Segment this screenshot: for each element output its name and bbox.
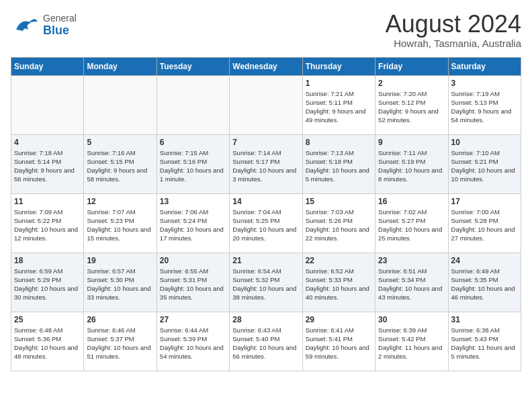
day-info: Sunrise: 6:46 AMSunset: 5:37 PMDaylight:…: [87, 326, 153, 361]
day-number: 28: [232, 315, 299, 324]
day-info: Sunrise: 7:02 AMSunset: 5:27 PMDaylight:…: [378, 208, 445, 243]
table-row: 27Sunrise: 6:44 AMSunset: 5:39 PMDayligh…: [157, 312, 229, 371]
day-info: Sunrise: 7:03 AMSunset: 5:26 PMDaylight:…: [306, 208, 372, 243]
table-row: 12Sunrise: 7:07 AMSunset: 5:23 PMDayligh…: [84, 193, 157, 253]
table-row: 24Sunrise: 6:49 AMSunset: 5:35 PMDayligh…: [448, 253, 521, 312]
day-number: 9: [378, 138, 445, 147]
logo-bird-icon: [11, 11, 40, 40]
day-number: 7: [232, 138, 299, 147]
day-number: 16: [378, 197, 445, 206]
day-number: 31: [451, 315, 518, 324]
day-number: 21: [232, 256, 299, 265]
day-info: Sunrise: 7:19 AMSunset: 5:13 PMDaylight:…: [451, 89, 518, 125]
day-info: Sunrise: 6:41 AMSunset: 5:41 PMDaylight:…: [306, 326, 372, 361]
day-info: Sunrise: 7:10 AMSunset: 5:21 PMDaylight:…: [451, 148, 518, 184]
day-number: 4: [14, 138, 81, 147]
table-row: 7Sunrise: 7:14 AMSunset: 5:17 PMDaylight…: [230, 134, 302, 193]
day-number: 15: [306, 197, 372, 206]
logo-general: General: [43, 13, 77, 24]
day-number: 1: [306, 79, 372, 88]
table-row: 22Sunrise: 6:52 AMSunset: 5:33 PMDayligh…: [302, 253, 375, 312]
table-row: [157, 75, 229, 134]
day-number: 2: [378, 79, 445, 88]
day-info: Sunrise: 7:06 AMSunset: 5:24 PMDaylight:…: [160, 208, 226, 243]
table-row: 17Sunrise: 7:00 AMSunset: 5:28 PMDayligh…: [448, 193, 521, 253]
day-number: 13: [160, 197, 226, 206]
calendar-week-row: 1Sunrise: 7:21 AMSunset: 5:11 PMDaylight…: [11, 75, 521, 134]
day-number: 25: [14, 315, 81, 324]
logo-blue: Blue: [43, 24, 77, 38]
col-sunday: Sunday: [11, 57, 84, 75]
day-info: Sunrise: 6:52 AMSunset: 5:33 PMDaylight:…: [306, 267, 372, 302]
calendar-week-row: 18Sunrise: 6:59 AMSunset: 5:29 PMDayligh…: [11, 253, 521, 312]
day-info: Sunrise: 7:21 AMSunset: 5:11 PMDaylight:…: [306, 89, 372, 125]
table-row: 16Sunrise: 7:02 AMSunset: 5:27 PMDayligh…: [375, 193, 448, 253]
day-info: Sunrise: 7:11 AMSunset: 5:19 PMDaylight:…: [378, 148, 445, 184]
day-number: 20: [160, 256, 226, 265]
col-friday: Friday: [375, 57, 448, 75]
day-info: Sunrise: 7:18 AMSunset: 5:14 PMDaylight:…: [14, 148, 81, 184]
table-row: 11Sunrise: 7:09 AMSunset: 5:22 PMDayligh…: [11, 193, 84, 253]
day-info: Sunrise: 6:54 AMSunset: 5:32 PMDaylight:…: [232, 267, 299, 302]
calendar-week-row: 25Sunrise: 6:48 AMSunset: 5:36 PMDayligh…: [11, 312, 521, 371]
table-row: 5Sunrise: 7:16 AMSunset: 5:15 PMDaylight…: [84, 134, 157, 193]
table-row: 26Sunrise: 6:46 AMSunset: 5:37 PMDayligh…: [84, 312, 157, 371]
logo-text: General Blue: [43, 13, 77, 37]
table-row: 4Sunrise: 7:18 AMSunset: 5:14 PMDaylight…: [11, 134, 84, 193]
day-number: 5: [87, 138, 153, 147]
calendar-header-row: Sunday Monday Tuesday Wednesday Thursday…: [11, 57, 521, 75]
day-info: Sunrise: 7:14 AMSunset: 5:17 PMDaylight:…: [232, 148, 299, 184]
day-info: Sunrise: 6:38 AMSunset: 5:43 PMDaylight:…: [451, 326, 518, 361]
day-info: Sunrise: 7:00 AMSunset: 5:28 PMDaylight:…: [451, 208, 518, 243]
day-info: Sunrise: 7:04 AMSunset: 5:25 PMDaylight:…: [232, 208, 299, 243]
day-info: Sunrise: 7:20 AMSunset: 5:12 PMDaylight:…: [378, 89, 445, 125]
table-row: 19Sunrise: 6:57 AMSunset: 5:30 PMDayligh…: [84, 253, 157, 312]
table-row: 18Sunrise: 6:59 AMSunset: 5:29 PMDayligh…: [11, 253, 84, 312]
table-row: [230, 75, 302, 134]
table-row: 25Sunrise: 6:48 AMSunset: 5:36 PMDayligh…: [11, 312, 84, 371]
day-info: Sunrise: 6:48 AMSunset: 5:36 PMDaylight:…: [14, 326, 81, 361]
day-number: 18: [14, 256, 81, 265]
day-number: 10: [451, 138, 518, 147]
table-row: [11, 75, 84, 134]
title-area: August 2024 Howrah, Tasmania, Australia: [386, 11, 521, 49]
day-info: Sunrise: 7:09 AMSunset: 5:22 PMDaylight:…: [14, 208, 81, 243]
day-number: 27: [160, 315, 226, 324]
day-number: 24: [451, 256, 518, 265]
day-info: Sunrise: 6:51 AMSunset: 5:34 PMDaylight:…: [378, 267, 445, 302]
table-row: 2Sunrise: 7:20 AMSunset: 5:12 PMDaylight…: [375, 75, 448, 134]
month-year-title: August 2024: [386, 11, 521, 38]
day-number: 29: [306, 315, 372, 324]
day-info: Sunrise: 6:43 AMSunset: 5:40 PMDaylight:…: [232, 326, 299, 361]
table-row: 10Sunrise: 7:10 AMSunset: 5:21 PMDayligh…: [448, 134, 521, 193]
day-number: 14: [232, 197, 299, 206]
table-row: 1Sunrise: 7:21 AMSunset: 5:11 PMDaylight…: [302, 75, 375, 134]
day-info: Sunrise: 6:39 AMSunset: 5:42 PMDaylight:…: [378, 326, 445, 361]
day-number: 12: [87, 197, 153, 206]
day-number: 11: [14, 197, 81, 206]
day-number: 22: [306, 256, 372, 265]
table-row: 21Sunrise: 6:54 AMSunset: 5:32 PMDayligh…: [230, 253, 302, 312]
table-row: 8Sunrise: 7:13 AMSunset: 5:18 PMDaylight…: [302, 134, 375, 193]
col-wednesday: Wednesday: [230, 57, 302, 75]
table-row: 20Sunrise: 6:55 AMSunset: 5:31 PMDayligh…: [157, 253, 229, 312]
table-row: 23Sunrise: 6:51 AMSunset: 5:34 PMDayligh…: [375, 253, 448, 312]
location-subtitle: Howrah, Tasmania, Australia: [386, 38, 521, 49]
day-info: Sunrise: 6:59 AMSunset: 5:29 PMDaylight:…: [14, 267, 81, 302]
table-row: [84, 75, 157, 134]
day-info: Sunrise: 7:15 AMSunset: 5:16 PMDaylight:…: [160, 148, 226, 184]
table-row: 28Sunrise: 6:43 AMSunset: 5:40 PMDayligh…: [230, 312, 302, 371]
table-row: 30Sunrise: 6:39 AMSunset: 5:42 PMDayligh…: [375, 312, 448, 371]
col-saturday: Saturday: [448, 57, 521, 75]
col-thursday: Thursday: [302, 57, 375, 75]
table-row: 9Sunrise: 7:11 AMSunset: 5:19 PMDaylight…: [375, 134, 448, 193]
table-row: 15Sunrise: 7:03 AMSunset: 5:26 PMDayligh…: [302, 193, 375, 253]
day-info: Sunrise: 6:55 AMSunset: 5:31 PMDaylight:…: [160, 267, 226, 302]
page-header: General Blue August 2024 Howrah, Tasmani…: [11, 11, 521, 49]
day-number: 3: [451, 79, 518, 88]
logo: General Blue: [11, 11, 77, 40]
calendar-week-row: 4Sunrise: 7:18 AMSunset: 5:14 PMDaylight…: [11, 134, 521, 193]
table-row: 31Sunrise: 6:38 AMSunset: 5:43 PMDayligh…: [448, 312, 521, 371]
day-number: 8: [306, 138, 372, 147]
day-info: Sunrise: 7:16 AMSunset: 5:15 PMDaylight:…: [87, 148, 153, 184]
